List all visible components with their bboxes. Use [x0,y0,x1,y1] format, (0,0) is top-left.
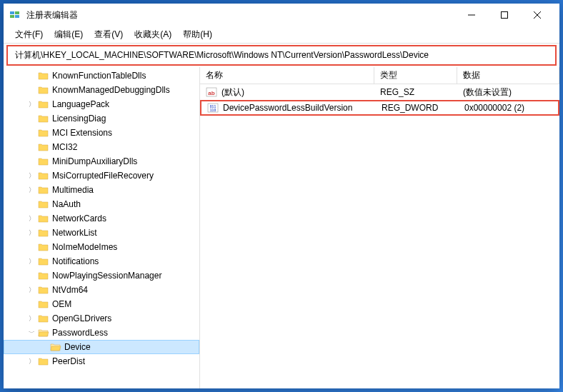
svg-text:ab: ab [208,90,214,96]
menu-help[interactable]: 帮助(H) [177,27,218,42]
chevron-right-icon[interactable]: 〉 [26,256,36,266]
menu-file[interactable]: 文件(F) [9,27,49,42]
folder-icon [38,156,49,166]
tree-item-label: NtVdm64 [52,285,88,295]
folder-icon [38,128,49,138]
list-pane: 名称 类型 数据 ab(默认)REG_SZ(数值未设置)011110Device… [200,67,559,388]
chevron-right-icon[interactable]: 〉 [26,313,36,323]
menubar: 文件(F) 编辑(E) 查看(V) 收藏夹(A) 帮助(H) [4,26,559,44]
folder-icon [38,356,49,366]
svg-text:110: 110 [210,108,216,112]
folder-icon [38,213,49,223]
tree-item[interactable]: KnownManagedDebuggingDlls [4,83,199,97]
registry-editor-window: 注册表编辑器 文件(F) 编辑(E) 查看(V) 收藏夹(A) 帮助(H) 计算… [4,4,559,388]
window-title: 注册表编辑器 [26,9,455,21]
titlebar: 注册表编辑器 [4,4,559,26]
folder-icon [38,185,49,195]
column-header-name[interactable]: 名称 [200,67,374,84]
menu-favorites[interactable]: 收藏夹(A) [129,27,177,42]
folder-icon [38,285,49,295]
tree-item[interactable]: KnownFunctionTableDlls [4,69,199,83]
tree-item[interactable]: ﹀PasswordLess [4,326,199,340]
value-name: DevicePasswordLessBuildVersion [223,103,352,113]
tree-item-label: Device [64,342,91,352]
tree-item-label: MCI Extensions [52,128,112,138]
menu-edit[interactable]: 编辑(E) [49,27,89,42]
chevron-right-icon[interactable]: 〉 [26,99,36,109]
tree-item[interactable]: 〉MsiCorruptedFileRecovery [4,169,199,183]
tree-item[interactable]: MiniDumpAuxiliaryDlls [4,154,199,169]
folder-icon [38,313,49,323]
tree-item[interactable]: 〉NtVdm64 [4,283,199,297]
tree-item-label: NoImeModeImes [52,242,117,252]
folder-icon [38,114,49,124]
tree-item[interactable]: MCI32 [4,140,199,154]
tree-item[interactable]: LicensingDiag [4,111,199,126]
tree-item-label: NetworkList [52,228,97,238]
value-type-cell: REG_DWORD [376,103,459,113]
tree-item-label: Notifications [52,256,99,266]
value-data-cell: 0x00000002 (2) [459,103,558,113]
folder-icon [38,271,49,281]
tree-item[interactable]: NaAuth [4,197,199,211]
tree-item[interactable]: 〉Multimedia [4,183,199,197]
column-header-type[interactable]: 类型 [374,67,457,84]
tree-item[interactable]: 〉NetworkList [4,226,199,240]
chevron-right-icon[interactable]: 〉 [26,356,36,366]
minimize-icon [468,11,475,19]
list-row[interactable]: ab(默认)REG_SZ(数值未设置) [200,84,559,100]
tree-item[interactable]: 〉LanguagePack [4,97,199,111]
tree-item-label: NaAuth [52,199,81,209]
folder-icon [38,328,49,338]
address-bar[interactable]: 计算机\HKEY_LOCAL_MACHINE\SOFTWARE\Microsof… [6,45,557,66]
value-name: (默认) [221,86,244,99]
close-button[interactable] [521,4,554,26]
content-area: KnownFunctionTableDllsKnownManagedDebugg… [4,67,559,388]
tree-item-label: Multimedia [52,185,94,195]
tree-item[interactable]: 〉NetworkCards [4,211,199,226]
tree-pane[interactable]: KnownFunctionTableDllsKnownManagedDebugg… [4,67,200,388]
folder-icon [38,99,49,109]
tree-item[interactable]: 〉OpenGLDrivers [4,311,199,326]
folder-icon [50,342,61,352]
tree-item[interactable]: Device [4,340,199,354]
menu-view[interactable]: 查看(V) [89,27,129,42]
list-header: 名称 类型 数据 [200,67,559,84]
folder-icon [38,142,49,152]
tree-item[interactable]: NowPlayingSessionManager [4,268,199,283]
value-name-cell: ab(默认) [200,86,374,99]
chevron-right-icon[interactable]: 〉 [26,228,36,238]
list-row[interactable]: 011110DevicePasswordLessBuildVersionREG_… [200,100,559,116]
app-icon [9,9,21,21]
tree-item-label: OEM [52,299,71,309]
svg-rect-0 [10,11,14,14]
maximize-button[interactable] [488,4,521,26]
tree-item-label: LicensingDiag [52,114,106,124]
tree-item-label: PasswordLess [52,328,108,338]
tree-item-label: OpenGLDrivers [52,313,111,323]
chevron-right-icon[interactable]: 〉 [26,171,36,181]
tree-item-label: NetworkCards [52,213,106,223]
tree-item[interactable]: 〉Notifications [4,254,199,268]
folder-icon [38,242,49,252]
minimize-button[interactable] [455,4,488,26]
folder-icon [38,171,49,181]
value-data-cell: (数值未设置) [457,86,559,99]
maximize-icon [501,11,508,19]
close-icon [534,11,541,19]
tree-item[interactable]: NoImeModeImes [4,240,199,254]
chevron-right-icon[interactable]: 〉 [26,285,36,295]
column-header-data[interactable]: 数据 [457,67,559,84]
folder-icon [38,199,49,209]
tree-item[interactable]: MCI Extensions [4,126,199,140]
svg-rect-3 [15,15,19,18]
chevron-right-icon[interactable]: 〉 [26,213,36,223]
tree-item-label: KnownFunctionTableDlls [52,71,146,81]
chevron-right-icon[interactable]: 〉 [26,185,36,195]
tree-item[interactable]: 〉PeerDist [4,354,199,368]
tree-item-label: LanguagePack [52,99,109,109]
tree-item[interactable]: OEM [4,297,199,311]
chevron-down-icon[interactable]: ﹀ [26,328,36,338]
tree-item-label: MiniDumpAuxiliaryDlls [52,156,137,166]
tree-item-label: NowPlayingSessionManager [52,271,161,281]
